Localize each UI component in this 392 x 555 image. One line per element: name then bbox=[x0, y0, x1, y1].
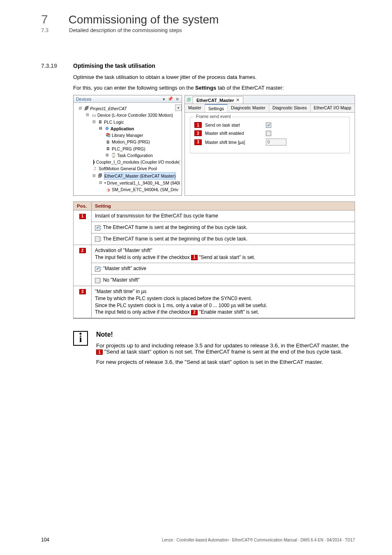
table-cell: Instant of transmission for the EtherCAT… bbox=[92, 210, 355, 222]
divider: _ _ _ _ _ _ _ _ _ _ _ _ _ _ _ _ _ _ _ _ … bbox=[41, 46, 355, 46]
tree-ethercat-master[interactable]: 🗐EtherCAT_Master (EtherCAT Master) bbox=[74, 172, 180, 180]
chapter-title: Commissioning of the system bbox=[69, 13, 219, 26]
chapter-number: 7 bbox=[41, 12, 48, 26]
tree-sm-drive[interactable]: ◑SM_Drive_ETC_9400HL (SM_Driv bbox=[74, 186, 180, 193]
devices-panel: Devices ▾ 📌 ✕ ▾ 🗐Project1_EtherCAT ▭Devi… bbox=[73, 95, 182, 196]
subsection-title: Optimising the task utilisation bbox=[73, 62, 155, 69]
tree-library-manager[interactable]: 📚Library Manager bbox=[74, 132, 180, 139]
tree-device[interactable]: ▭Device (L-force Controller 3200 Motion) bbox=[74, 112, 180, 118]
label-send-on-task-start: Send on task start bbox=[205, 123, 263, 127]
label-master-shift-time: Master shift time [µs] bbox=[205, 140, 263, 145]
subsection-number: 7.3.19 bbox=[41, 62, 59, 69]
label-master-shift-enabled: Master shift enabled bbox=[205, 131, 263, 136]
checkbox-unchecked-icon bbox=[95, 278, 100, 283]
checkbox-unchecked-icon bbox=[95, 236, 100, 242]
chevron-down-icon[interactable]: ▾ bbox=[163, 97, 165, 102]
callout-3-icon: 3 bbox=[79, 289, 86, 294]
file-icon: 🗐 bbox=[187, 97, 191, 102]
screenshot: Devices ▾ 📌 ✕ ▾ 🗐Project1_EtherCAT ▭Devi… bbox=[73, 95, 355, 196]
table-cell: ✔: The EtherCAT frame is sent at the beg… bbox=[92, 222, 355, 234]
close-icon[interactable]: ✕ bbox=[175, 97, 179, 102]
groupbox-legend: Frame send event bbox=[194, 114, 233, 119]
callout-2-icon: 2 bbox=[194, 130, 202, 136]
tab-diagnostic-master[interactable]: Diagnostic Master bbox=[228, 104, 269, 112]
callout-2-icon: 2 bbox=[79, 248, 86, 253]
tree-plc-prg[interactable]: 🗎PLC_PRG (PRG) bbox=[74, 146, 180, 152]
tree-plc-logic[interactable]: 🗏PLC Logic bbox=[74, 119, 180, 125]
note-paragraph: For projects up to and including release… bbox=[96, 342, 355, 355]
tree-application[interactable]: ⚙Application bbox=[74, 125, 180, 132]
settings-table: Pos. Setting 1 Instant of transmission f… bbox=[73, 201, 355, 318]
frame-send-event-group: Frame send event 1 Send on task start ✔ … bbox=[190, 117, 350, 153]
col-setting: Setting bbox=[92, 202, 355, 210]
devices-title: Devices bbox=[76, 97, 91, 102]
pin-icon[interactable]: 📌 bbox=[168, 96, 173, 102]
callout-2-ref-icon: 2 bbox=[191, 310, 198, 315]
col-pos: Pos. bbox=[74, 202, 92, 210]
tree-softmotion-pool[interactable]: ⤴SoftMotion General Drive Pool bbox=[74, 165, 180, 172]
footer-text: Lenze · Controller-based Automation · Et… bbox=[162, 538, 355, 542]
tree-coupler[interactable]: ┣Coupler_I_O_modules (Coupler I/O module… bbox=[74, 159, 180, 165]
close-tab-icon[interactable]: ✕ bbox=[236, 97, 240, 103]
master-shift-time-input[interactable] bbox=[266, 139, 286, 146]
note-title: Note! bbox=[96, 331, 355, 338]
note-paragraph: For new projects of release 3.6, the "Se… bbox=[96, 359, 355, 365]
callout-3-icon: 3 bbox=[194, 139, 202, 145]
section-title: Detailed description of the commissionin… bbox=[69, 27, 182, 33]
checkbox-master-shift-enabled[interactable] bbox=[266, 131, 271, 136]
callout-1-ref-icon: 1 bbox=[96, 349, 103, 355]
callout-1-ref-icon: 1 bbox=[191, 255, 198, 260]
device-tree: 🗐Project1_EtherCAT ▭Device (L-force Cont… bbox=[74, 103, 182, 195]
tree-task-config[interactable]: ⌚Task Configuration bbox=[74, 152, 180, 159]
tree-motion-prg[interactable]: 🗎Motion_PRG (PRG) bbox=[74, 139, 180, 145]
note-divider bbox=[73, 318, 355, 319]
checkbox-send-on-task-start[interactable]: ✔ bbox=[266, 123, 271, 128]
file-tab-ethercat-master[interactable]: EtherCAT_Master ✕ bbox=[193, 96, 243, 104]
checkbox-checked-icon: ✔ bbox=[95, 225, 100, 231]
paragraph: For this, you can enter the following se… bbox=[73, 84, 355, 92]
section-number: 7.3 bbox=[41, 27, 48, 33]
dropdown-arrow-icon[interactable]: ▾ bbox=[175, 104, 182, 111]
callout-1-icon: 1 bbox=[194, 122, 202, 128]
tab-settings[interactable]: Settings bbox=[205, 104, 228, 112]
paragraph: Optimise the task utilisation to obtain … bbox=[73, 73, 355, 81]
tab-ethercat-io-mapping[interactable]: EtherCAT I/O Mapp bbox=[311, 104, 355, 112]
callout-1-icon: 1 bbox=[79, 214, 86, 219]
table-cell: "Master shift time" in µs Time by which … bbox=[92, 286, 355, 318]
table-cell: : The EtherCAT frame is sent at the begi… bbox=[92, 234, 355, 245]
checkbox-checked-icon: ✔ bbox=[95, 266, 100, 272]
page-number: 104 bbox=[41, 537, 49, 543]
table-cell: Activation of "Master shift" The input f… bbox=[92, 245, 355, 263]
tree-drive[interactable]: ▪Drive_vertical1_L_9400_HL_SM (9400 I bbox=[74, 180, 180, 186]
tree-project[interactable]: 🗐Project1_EtherCAT bbox=[74, 105, 180, 112]
tab-master[interactable]: Master bbox=[185, 104, 205, 112]
tab-diagnostic-slaves[interactable]: Diagnostic Slaves bbox=[269, 104, 310, 112]
table-cell: : No "Master shift" bbox=[92, 275, 355, 286]
info-icon: i• bbox=[73, 331, 88, 346]
editor-panel: 🗐 EtherCAT_Master ✕ Master Settings Diag… bbox=[184, 95, 355, 196]
table-cell: ✔: "Master shift" active bbox=[92, 263, 355, 275]
